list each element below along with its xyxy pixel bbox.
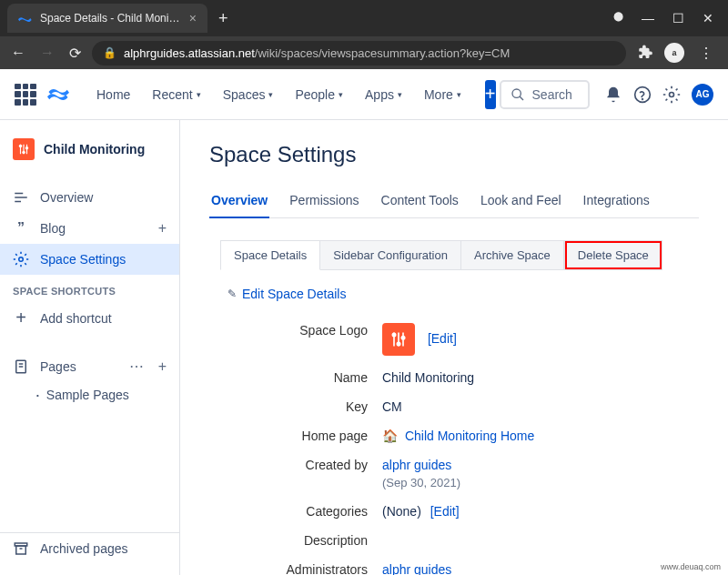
sidebar-archived-pages[interactable]: Archived pages — [0, 533, 179, 564]
sidebar-blog[interactable]: ” Blog + — [0, 213, 179, 244]
add-blog-icon[interactable]: + — [158, 220, 167, 237]
home-icon: 🏠 — [382, 429, 398, 443]
space-logo-preview — [382, 323, 415, 356]
tab-overview[interactable]: Overview — [209, 186, 269, 218]
name-value: Child Monitoring — [382, 370, 474, 385]
app-header: Home Recent▾ Spaces▾ People▾ Apps▾ More▾… — [0, 69, 728, 120]
overview-icon — [13, 189, 29, 206]
search-input[interactable]: Search — [500, 80, 590, 109]
svg-rect-19 — [16, 546, 26, 554]
categories-label: Categories — [246, 504, 382, 519]
settings-icon[interactable] — [662, 86, 681, 104]
chevron-down-icon: ▾ — [398, 90, 402, 99]
chevron-down-icon: ▾ — [197, 90, 201, 99]
edit-categories-link[interactable]: [Edit] — [430, 504, 460, 519]
profile-avatar[interactable]: a — [664, 43, 684, 63]
key-label: Key — [246, 399, 382, 414]
chevron-down-icon: ▾ — [268, 90, 273, 99]
browser-titlebar: Space Details - Child Monitoring × + ⬤ —… — [0, 0, 728, 36]
tab-look-and-feel[interactable]: Look and Feel — [479, 186, 563, 217]
gear-icon — [13, 251, 29, 267]
shortcuts-label: Space Shortcuts — [0, 275, 179, 300]
created-by-date: (Sep 30, 2021) — [382, 476, 460, 489]
bullet-icon: • — [36, 391, 39, 399]
nav-home[interactable]: Home — [87, 80, 139, 109]
new-tab-button[interactable]: + — [207, 9, 239, 28]
window-controls: ⬤ — ☐ ✕ — [613, 11, 721, 25]
description-label: Description — [246, 533, 382, 548]
home-page-link[interactable]: Child Monitoring Home — [405, 429, 534, 443]
space-logo-icon — [13, 138, 35, 160]
tab-close-icon[interactable]: × — [189, 11, 197, 25]
help-icon[interactable] — [633, 86, 652, 104]
forward-button[interactable]: → — [36, 41, 58, 65]
create-button[interactable]: + — [485, 80, 496, 109]
edit-space-details-link[interactable]: ✎ Edit Space Details — [228, 287, 699, 301]
tab-integrations[interactable]: Integrations — [581, 186, 652, 217]
admins-label: Administrators — [246, 562, 382, 575]
address-bar[interactable]: 🔒 alphrguides.atlassian.net/wiki/spaces/… — [92, 41, 626, 66]
confluence-logo-icon[interactable] — [47, 84, 69, 106]
more-icon[interactable]: ⋯ — [129, 358, 144, 375]
back-button[interactable]: ← — [7, 41, 29, 65]
confluence-favicon — [18, 11, 33, 25]
nav-apps[interactable]: Apps▾ — [356, 80, 411, 109]
app-switcher-icon[interactable] — [15, 84, 36, 106]
sidebar: Child Monitoring Overview ” Blog + — [0, 120, 180, 575]
categories-value: (None) — [382, 504, 421, 519]
nav-recent[interactable]: Recent▾ — [143, 80, 209, 109]
lock-icon: 🔒 — [103, 46, 116, 59]
subtab-sidebar-config[interactable]: Sidebar Configuration — [320, 240, 461, 270]
space-name: Child Monitoring — [44, 142, 145, 156]
overview-sub-tabs: Space Details Sidebar Configuration Arch… — [220, 240, 699, 270]
reload-button[interactable]: ⟳ — [66, 41, 85, 66]
tab-content-tools[interactable]: Content Tools — [379, 186, 460, 217]
tab-permissions[interactable]: Permissions — [288, 186, 360, 217]
plus-icon: + — [13, 308, 29, 328]
notifications-icon[interactable] — [604, 86, 622, 104]
add-page-icon[interactable]: + — [158, 358, 167, 375]
browser-menu-icon[interactable]: ⋮ — [695, 41, 717, 66]
url-text: alphrguides.atlassian.net/wiki/spaces/vi… — [124, 46, 510, 60]
created-by-link[interactable]: alphr guides — [382, 458, 451, 472]
archive-icon — [13, 540, 29, 557]
svg-point-0 — [512, 89, 521, 97]
subtab-delete-space[interactable]: Delete Space — [564, 240, 662, 270]
minimize-button[interactable]: — — [642, 11, 654, 25]
search-icon — [511, 87, 525, 102]
edit-logo-link[interactable]: [Edit] — [428, 331, 457, 346]
space-details-table: Space Logo [Edit] Name Child Monitoring — [246, 316, 699, 575]
space-header[interactable]: Child Monitoring — [0, 131, 179, 167]
admins-link[interactable]: alphr guides — [382, 562, 451, 575]
nav-spaces[interactable]: Spaces▾ — [214, 80, 283, 109]
page-title: Space Settings — [209, 142, 699, 167]
key-value: CM — [382, 399, 402, 414]
close-window-button[interactable]: ✕ — [703, 11, 713, 25]
space-logo-label: Space Logo — [246, 323, 382, 338]
main-content: Space Settings Overview Permissions Cont… — [180, 120, 728, 575]
name-label: Name — [246, 370, 382, 385]
settings-tabs: Overview Permissions Content Tools Look … — [209, 186, 699, 218]
svg-line-1 — [520, 96, 523, 100]
sidebar-pages[interactable]: Pages ⋯ + — [0, 350, 179, 382]
sidebar-sample-pages[interactable]: • Sample Pages — [0, 382, 179, 408]
sidebar-overview[interactable]: Overview — [0, 182, 179, 213]
user-avatar[interactable]: AG — [692, 84, 713, 106]
extensions-icon[interactable] — [637, 45, 653, 61]
record-icon[interactable]: ⬤ — [613, 11, 623, 25]
watermark: www.deuaq.com — [661, 562, 721, 571]
sidebar-space-settings[interactable]: Space Settings — [0, 244, 179, 275]
subtab-archive-space[interactable]: Archive Space — [461, 240, 564, 270]
blog-icon: ” — [13, 220, 29, 237]
sidebar-add-shortcut[interactable]: + Add shortcut — [0, 300, 179, 336]
pages-icon — [13, 358, 29, 375]
nav-more[interactable]: More▾ — [415, 80, 470, 109]
browser-toolbar: ← → ⟳ 🔒 alphrguides.atlassian.net/wiki/s… — [0, 36, 728, 69]
maximize-button[interactable]: ☐ — [672, 11, 684, 25]
browser-tab[interactable]: Space Details - Child Monitoring × — [7, 4, 207, 33]
svg-point-3 — [642, 98, 643, 99]
chevron-down-icon: ▾ — [339, 90, 343, 99]
subtab-space-details[interactable]: Space Details — [220, 240, 320, 270]
nav-people[interactable]: People▾ — [286, 80, 352, 109]
created-by-label: Created by — [246, 458, 382, 472]
